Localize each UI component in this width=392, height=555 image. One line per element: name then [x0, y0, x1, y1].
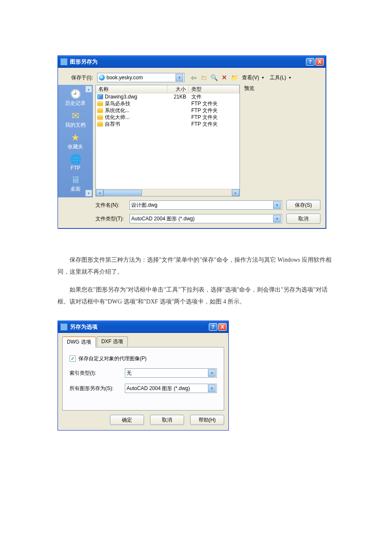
filename-input[interactable]: 设计图.dwg ▾ [130, 200, 282, 210]
new-folder-icon[interactable]: 📁 [231, 74, 238, 81]
chevron-down-icon[interactable]: ▾ [208, 369, 216, 377]
help-button[interactable]: ? [209, 323, 217, 331]
all-save-as-value: AutoCAD 2004 图形 (*.dwg) [127, 385, 208, 392]
view-label: 查看(V) [242, 74, 259, 81]
chevron-down-icon[interactable]: ▾ [273, 215, 281, 223]
file-name: 菜鸟必杀技 [105, 100, 130, 107]
index-type-value: 无 [127, 370, 208, 377]
file-rows: Drawing3.dwg21KB文件菜鸟必杀技FTP 文件夹系统优化...FTP… [96, 93, 239, 189]
place-ftp[interactable]: 🌐FTP [65, 153, 86, 173]
col-size[interactable]: 大小 [167, 85, 189, 93]
file-icon [97, 121, 103, 127]
delete-icon[interactable]: ✕ [220, 74, 228, 81]
document-text: 保存图形文件第三种方法为：选择"文件"菜单中的"保存"命令，操作方法与其它 Wi… [58, 254, 334, 308]
titlebar[interactable]: 另存为选项 ? X [58, 321, 228, 333]
file-row[interactable]: 自荐书FTP 文件夹 [96, 121, 239, 127]
search-icon[interactable]: 🔍 [210, 74, 218, 81]
index-type-label: 索引类型(I): [69, 370, 121, 377]
dialog-title: 图形另存为 [70, 58, 305, 66]
nav-toolbar: ⇦ 🗀 🔍 ✕ 📁 查看(V) ▼ 工具(L) ▼ [190, 74, 293, 81]
proxy-image-label: 保存自定义对象的代理图像(P) [78, 355, 147, 362]
file-icon [97, 108, 103, 113]
tab-dwg[interactable]: DWG 选项 [62, 336, 96, 347]
cancel-button[interactable]: 取消 [286, 214, 320, 224]
file-name: 系统优化... [105, 107, 130, 114]
file-name: 优化大师... [105, 114, 130, 121]
save-as-options-dialog: 另存为选项 ? X DWG 选项 DXF 选项 ✓ 保存自定义对象的代理图像(P… [58, 321, 229, 431]
file-icon [97, 94, 103, 99]
ftp-icon: 🌐 [69, 154, 82, 165]
desktop-icon: 🖥 [69, 174, 82, 185]
scroll-up-button[interactable]: ▴ [85, 86, 92, 92]
place-desktop[interactable]: 🖥桌面 [65, 173, 86, 195]
file-size: 21KB [167, 94, 189, 100]
file-type: 文件 [189, 93, 239, 101]
file-row[interactable]: 菜鸟必杀技FTP 文件夹 [96, 100, 239, 107]
tools-menu[interactable]: 工具(L) ▼ [268, 74, 293, 81]
cancel-button[interactable]: 取消 [150, 415, 184, 425]
file-type: FTP 文件夹 [189, 100, 239, 107]
filetype-combo[interactable]: AutoCAD 2004 图形 (*.dwg) ▾ [130, 214, 282, 223]
save-button[interactable]: 保存(S) [286, 200, 320, 210]
scroll-down-button[interactable]: ▾ [85, 190, 92, 197]
filename-value: 设计图.dwg [131, 202, 273, 209]
filetype-label: 文件类型(T): [95, 215, 125, 223]
titlebar[interactable]: 图形另存为 ? X [58, 56, 326, 68]
scroll-right-icon[interactable]: ▸ [232, 189, 239, 196]
file-list-pane: 名称 大小 类型 Drawing3.dwg21KB文件菜鸟必杀技FTP 文件夹系… [95, 85, 240, 197]
back-icon[interactable]: ⇦ [190, 74, 197, 81]
col-type[interactable]: 类型 [189, 85, 239, 93]
filename-label: 文件名(N): [95, 202, 125, 209]
places-bar: ▴ 🕘历史记录✉我的文档★收藏夹🌐FTP🖥桌面 ▾ [58, 85, 93, 197]
place-mydocs[interactable]: ✉我的文档 [65, 109, 86, 131]
close-button[interactable]: X [218, 323, 227, 331]
save-in-combo[interactable]: book.yesky.com ▾ [97, 73, 184, 82]
preview-label: 预览 [244, 85, 319, 92]
history-icon: 🕘 [69, 89, 82, 100]
scroll-thumb[interactable] [104, 190, 142, 196]
ok-button[interactable]: 确定 [110, 415, 144, 425]
place-label: 历史记录 [65, 100, 86, 107]
help-button[interactable]: 帮助(H) [190, 415, 224, 425]
file-type: FTP 文件夹 [189, 107, 239, 114]
file-icon [97, 115, 103, 120]
scroll-left-icon[interactable]: ◂ [96, 189, 104, 196]
file-type: FTP 文件夹 [189, 121, 239, 128]
save-in-value: book.yesky.com [107, 75, 176, 81]
index-type-combo[interactable]: 无 ▾ [125, 368, 217, 378]
file-row[interactable]: Drawing3.dwg21KB文件 [96, 93, 239, 100]
place-label: 我的文档 [65, 121, 86, 129]
file-name: Drawing3.dwg [105, 94, 137, 100]
file-icon [97, 101, 103, 106]
tab-dxf[interactable]: DXF 选项 [97, 336, 128, 347]
help-button[interactable]: ? [306, 58, 314, 66]
chevron-down-icon: ▼ [288, 76, 292, 80]
paragraph-1: 保存图形文件第三种方法为：选择"文件"菜单中的"保存"命令，操作方法与其它 Wi… [58, 254, 334, 278]
col-name[interactable]: 名称 [96, 85, 167, 93]
app-icon [61, 324, 67, 330]
all-save-as-label: 所有图形另存为(S): [69, 385, 121, 392]
file-row[interactable]: 系统优化...FTP 文件夹 [96, 107, 239, 114]
chevron-down-icon[interactable]: ▾ [176, 74, 183, 81]
h-scrollbar[interactable]: ◂ ▸ [96, 189, 239, 196]
tools-label: 工具(L) [270, 74, 286, 81]
tab-pane-dwg: ✓ 保存自定义对象的代理图像(P) 索引类型(I): 无 ▾ 所有图形另存为(S… [62, 347, 224, 410]
dialog-title: 另存为选项 [70, 323, 208, 331]
preview-pane: 预览 [242, 85, 320, 197]
app-icon [61, 58, 67, 65]
place-history[interactable]: 🕘历史记录 [65, 87, 86, 109]
scroll-track[interactable] [104, 190, 232, 196]
close-button[interactable]: X [315, 58, 324, 66]
file-row[interactable]: 优化大师...FTP 文件夹 [96, 114, 239, 121]
chevron-down-icon[interactable]: ▾ [273, 201, 281, 209]
column-headers: 名称 大小 类型 [96, 85, 239, 93]
chevron-down-icon[interactable]: ▾ [208, 384, 216, 392]
place-fav[interactable]: ★收藏夹 [65, 131, 86, 153]
place-label: FTP [71, 165, 81, 171]
globe-icon [99, 75, 105, 81]
all-save-as-combo[interactable]: AutoCAD 2004 图形 (*.dwg) ▾ [125, 384, 217, 393]
paragraph-2: 如果您在"图形另存为"对话框中单击"工具"下拉列表，选择"选项"命令，则会弹出"… [58, 284, 334, 308]
proxy-image-checkbox[interactable]: ✓ [69, 356, 76, 362]
up-folder-icon[interactable]: 🗀 [200, 74, 208, 81]
view-menu[interactable]: 查看(V) ▼ [241, 74, 266, 81]
